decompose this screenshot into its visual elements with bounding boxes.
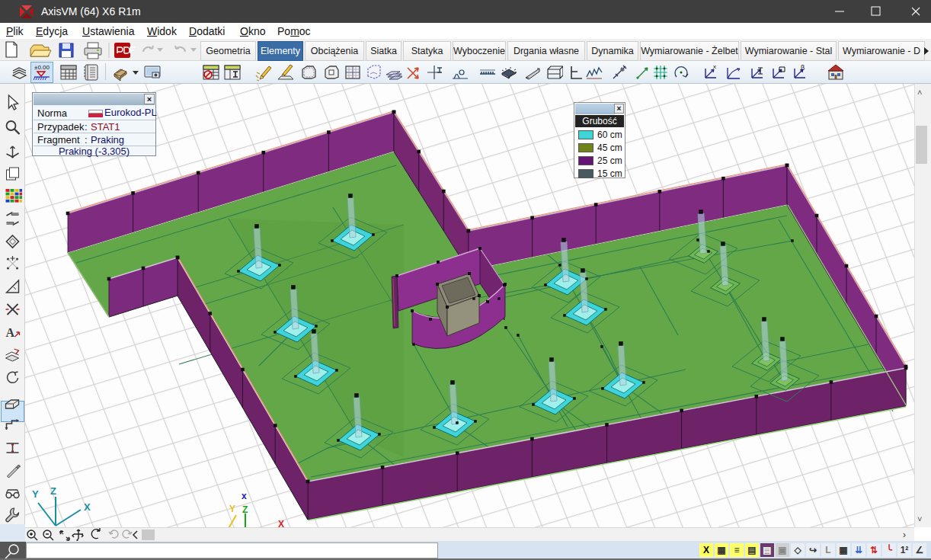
svg-text:Z: Z bbox=[50, 485, 56, 497]
svg-text:x: x bbox=[242, 491, 247, 501]
svg-text:X: X bbox=[84, 501, 91, 513]
svg-text:A: A bbox=[6, 326, 15, 339]
svg-text:β: β bbox=[801, 64, 805, 72]
svg-text:x: x bbox=[713, 63, 716, 70]
svg-text:X: X bbox=[278, 519, 284, 527]
svg-text:±0.00: ±0.00 bbox=[34, 64, 50, 71]
svg-text:Y: Y bbox=[32, 488, 39, 500]
svg-text:Y: Y bbox=[229, 504, 235, 514]
svg-text:Z: Z bbox=[242, 504, 248, 515]
